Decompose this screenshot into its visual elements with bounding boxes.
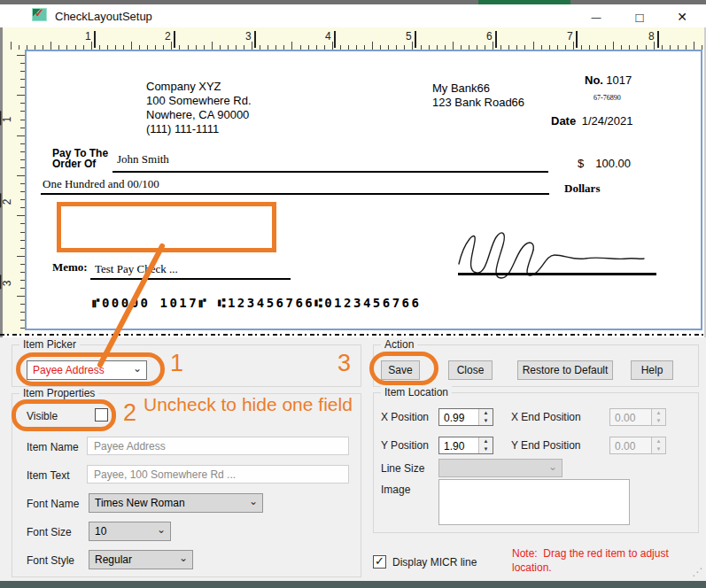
ruler-mark: 3: [1, 281, 13, 287]
chevron-down-icon: [177, 553, 188, 567]
ruler-mark: 1: [85, 30, 91, 43]
font-name-label: Font Name: [27, 498, 79, 510]
y-end-position-spinner: 0.00 ▲▼: [609, 437, 666, 454]
date-value: 1/24/2021: [582, 114, 633, 128]
ruler-mark: 2: [1, 199, 13, 205]
dollar-sign: $: [578, 157, 584, 170]
item-picker-value: Payee Address: [33, 364, 105, 376]
company-address: 100 Somewhere Rd.: [146, 94, 252, 108]
font-style-value: Regular: [95, 553, 132, 566]
check-number: No. 1017: [585, 74, 632, 88]
app-icon: [32, 8, 47, 21]
check-number-label: No.: [585, 74, 603, 87]
line-size-dropdown: [438, 459, 562, 477]
x-position-label: X Position: [381, 411, 429, 423]
dollars-label: Dollars: [564, 182, 600, 196]
visible-label: Visible: [27, 410, 58, 422]
spinner-arrows[interactable]: ▲▼: [478, 437, 493, 453]
font-style-label: Font Style: [27, 554, 74, 567]
ruler-mark: 5: [406, 30, 412, 43]
date-line: Date 1/24/2021: [551, 114, 633, 128]
maximize-button[interactable]: [619, 4, 660, 29]
window-title: CheckLayoutSetup: [55, 10, 152, 23]
memo-label: Memo:: [52, 260, 88, 275]
font-size-value: 10: [95, 525, 106, 538]
spinner-arrows: ▲▼: [651, 437, 665, 453]
ruler-mark: 3: [245, 30, 252, 43]
item-text-label: Item Text: [27, 469, 69, 482]
action-title: Action: [381, 338, 417, 351]
save-button[interactable]: Save: [381, 360, 420, 380]
chevron-down-icon: [247, 496, 258, 510]
minimize-button[interactable]: [576, 4, 617, 29]
y-position-spinner[interactable]: 1.90 ▲▼: [438, 437, 493, 454]
line-size-label: Line Size: [381, 462, 424, 475]
memo-line: [90, 278, 291, 280]
close-window-button[interactable]: [662, 4, 702, 29]
bank-name: My Bank66: [432, 81, 524, 96]
y-position-value: 1.90: [444, 440, 464, 453]
ruler-mark: 6: [486, 30, 493, 43]
y-end-position-value: 0.00: [615, 440, 635, 453]
image-box: [438, 479, 630, 525]
check-number-value: 1017: [606, 74, 632, 87]
note-text: Note: Drag the red item to adjust locati…: [512, 546, 702, 575]
x-end-position-spinner: 0.00 ▲▼: [609, 408, 666, 426]
check-layout-setup-window: CheckLayoutSetup 1 2 3 4 5 6 7 8 1 2 3 C…: [0, 0, 706, 588]
pay-to-label: Pay To The Order Of: [52, 148, 108, 169]
signature-line: [458, 273, 656, 275]
amount-words: One Hundred and 00/100: [43, 177, 159, 191]
close-button[interactable]: Close: [448, 360, 493, 380]
memo-text: Test Pay Check ...: [95, 262, 178, 276]
visible-checkbox[interactable]: [95, 408, 108, 422]
routing-fraction: 67-76890: [594, 94, 621, 102]
spinner-arrows[interactable]: ▲▼: [478, 409, 493, 425]
ruler-mark: 2: [165, 30, 171, 43]
settings-panel: Item Picker Payee Address Action Save Cl…: [0, 337, 706, 581]
signature-image: [450, 225, 652, 280]
spinner-arrows: ▲▼: [651, 409, 665, 425]
item-name-field: Payee Address: [87, 437, 349, 455]
resize-grip[interactable]: ⋰: [692, 566, 702, 578]
micr-line: ⑈00000 1017⑈ ⑆123456766⑆0123456766: [92, 296, 421, 310]
item-name-label: Item Name: [27, 441, 79, 453]
font-size-label: Font Size: [27, 526, 72, 538]
bank-address: 123 Bank Road66: [432, 96, 524, 110]
restore-to-default-button[interactable]: Restore to Default: [517, 360, 613, 380]
chevron-down-icon: [547, 461, 557, 476]
date-label: Date: [551, 114, 576, 128]
amount-words-line: [41, 193, 549, 195]
help-button[interactable]: Help: [631, 360, 673, 380]
x-end-position-value: 0.00: [615, 412, 635, 424]
payee-name: John Smith: [117, 152, 169, 166]
font-size-dropdown[interactable]: 10: [89, 522, 171, 541]
item-location-title: Item Location: [381, 386, 452, 398]
company-name: Company XYZ: [146, 80, 252, 94]
bottom-window-edge: [0, 581, 706, 588]
company-city: Nowhere, CA 90000: [146, 108, 252, 122]
display-micr-checkbox[interactable]: [373, 555, 386, 569]
company-block: Company XYZ 100 Somewhere Rd. Nowhere, C…: [146, 80, 252, 136]
y-position-label: Y Position: [381, 439, 429, 452]
item-text-field: Payee, 100 Somewhere Rd ...: [87, 465, 349, 484]
bank-block: My Bank66 123 Bank Road66: [432, 81, 524, 110]
font-name-dropdown[interactable]: Times New Roman: [89, 493, 263, 513]
ruler-mark: 7: [567, 30, 573, 43]
payee-address-highlight-rect: [57, 202, 276, 252]
chevron-down-icon: [155, 524, 166, 538]
font-style-dropdown[interactable]: Regular: [89, 550, 193, 569]
chevron-down-icon: [131, 363, 142, 377]
item-properties-title: Item Properties: [19, 387, 98, 399]
y-end-position-label: Y End Position: [511, 439, 581, 452]
x-position-value: 0.99: [444, 412, 464, 424]
image-label: Image: [381, 484, 410, 496]
item-picker-dropdown[interactable]: Payee Address: [27, 360, 147, 380]
ruler-mark: 4: [325, 30, 331, 43]
company-phone: (111) 111-1111: [146, 122, 252, 136]
check-preview: Company XYZ 100 Somewhere Rd. Nowhere, C…: [25, 50, 702, 330]
panel-divider: [0, 334, 706, 336]
horizontal-ruler: 1 2 3 4 5 6 7 8: [3, 27, 704, 50]
amount-value: 100.00: [595, 157, 631, 170]
x-position-spinner[interactable]: 0.99 ▲▼: [438, 408, 493, 426]
display-micr-label: Display MICR line: [392, 556, 477, 569]
